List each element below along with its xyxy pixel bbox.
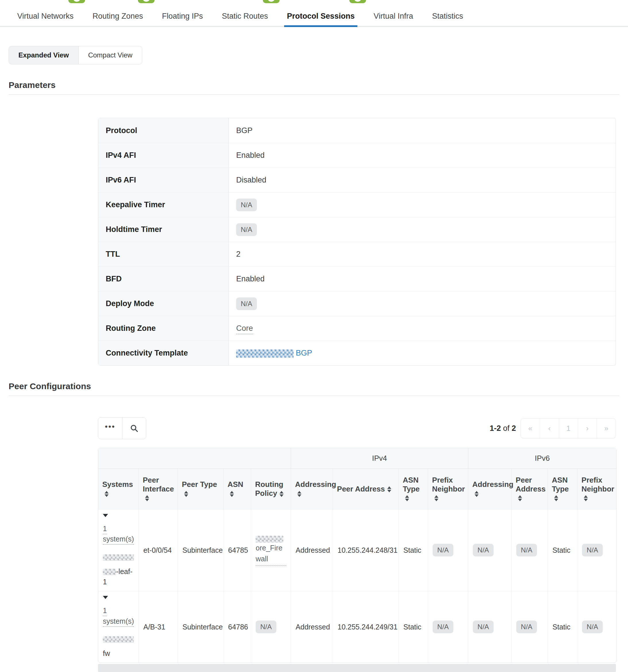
column-header-peer-interface[interactable]: Peer Interface — [139, 469, 178, 509]
first-page-button[interactable]: « — [521, 418, 540, 438]
expand-caret-icon[interactable] — [103, 596, 108, 599]
parameter-value: N/A — [229, 192, 616, 217]
peer-row: 1 system(s)fwA/B-31Subinterface64786N/AA… — [98, 591, 616, 663]
sort-icon[interactable] — [279, 491, 283, 497]
tab-label: Virtual Networks — [17, 12, 74, 20]
protocol-sessions-page: Virtual Networks✓Routing Zones✓Floating … — [0, 0, 628, 672]
cell-ipv6-peer-address: N/A — [511, 509, 548, 591]
tab-routing-zones[interactable]: Routing Zones✓ — [93, 12, 143, 26]
parameter-value: N/A — [229, 217, 616, 242]
parameter-label: Deploy Mode — [98, 291, 229, 316]
more-actions-button[interactable]: ••• — [98, 417, 122, 439]
peer-table-toolbar: ••• 1-2 of 2 «‹1›» — [98, 417, 616, 439]
column-header-peer-type[interactable]: Peer Type — [178, 469, 223, 509]
sort-icon[interactable] — [230, 491, 234, 497]
parameter-value: Core — [229, 316, 616, 341]
sort-icon[interactable] — [105, 491, 108, 497]
sort-icon[interactable] — [387, 486, 391, 493]
column-header-ipv6-addressing[interactable]: Addressing — [468, 469, 511, 509]
column-header-ipv4-peer-address[interactable]: Peer Address — [333, 469, 399, 509]
sort-icon[interactable] — [584, 495, 588, 501]
column-header-systems[interactable]: Systems — [98, 469, 139, 509]
sort-icon[interactable] — [475, 491, 479, 497]
tab-virtual-infra[interactable]: Virtual Infra — [374, 12, 413, 26]
expanded-view-button[interactable]: Expanded View — [9, 46, 78, 64]
cell-ipv6-peer-address: N/A — [511, 591, 548, 663]
column-label: Prefix Neighbor — [432, 476, 465, 493]
sort-icon[interactable] — [297, 491, 301, 497]
na-badge: N/A — [582, 621, 603, 633]
sort-down-arrow — [145, 499, 149, 501]
expand-caret-icon[interactable] — [103, 514, 108, 517]
tab-bar: Virtual Networks✓Routing Zones✓Floating … — [0, 0, 628, 27]
checkmark-icon: ✓ — [73, 0, 80, 2]
systems-count-link[interactable]: 1 system(s) — [103, 606, 134, 627]
parameter-value: Enabled — [229, 143, 616, 168]
sort-down-arrow — [554, 499, 558, 501]
current-page-button[interactable]: 1 — [559, 418, 578, 438]
parameter-value: Disabled — [229, 168, 616, 192]
column-header-ipv4-prefix-neighbor[interactable]: Prefix Neighbor — [428, 469, 468, 509]
compact-view-button[interactable]: Compact View — [78, 46, 142, 64]
horizontal-scrollbar[interactable] — [98, 664, 616, 672]
column-label: Routing Policy — [255, 480, 283, 498]
sort-icon[interactable] — [518, 495, 522, 501]
na-badge: N/A — [473, 621, 494, 633]
cell-ipv6-prefix-neighbor: N/A — [577, 591, 616, 663]
pagination-buttons: «‹1›» — [521, 418, 616, 438]
sort-down-arrow — [405, 499, 409, 501]
search-button[interactable] — [122, 417, 146, 439]
cell-peer-type: Subinterface — [178, 591, 223, 663]
group-header-ipv6: IPv6 — [468, 448, 616, 469]
tab-virtual-networks[interactable]: Virtual Networks✓ — [17, 12, 74, 26]
sort-icon[interactable] — [554, 495, 558, 501]
sort-up-arrow — [554, 495, 558, 498]
sort-icon[interactable] — [184, 491, 188, 497]
column-label: Addressing — [472, 480, 513, 489]
cell-ipv4-prefix-neighbor: N/A — [428, 509, 468, 591]
parameters-table: ProtocolBGPIPv4 AFIEnabledIPv6 AFIDisabl… — [98, 118, 616, 366]
cell-ipv4-peer-address: 10.255.244.249/31 — [333, 591, 399, 663]
cell-ipv6-asn-type: Static — [548, 591, 577, 663]
redacted-text — [256, 536, 283, 543]
column-label: ASN Type — [552, 476, 569, 493]
redacted-system-name — [103, 634, 134, 644]
previous-page-button[interactable]: ‹ — [540, 418, 559, 438]
tab-static-routes[interactable]: Static Routes✓ — [222, 12, 268, 26]
parameter-row: TTL2 — [98, 242, 616, 266]
routing-policy-link[interactable]: ore_Firewall — [256, 543, 286, 566]
tab-floating-ips[interactable]: Floating IPs — [162, 12, 203, 26]
last-page-button[interactable]: » — [597, 418, 616, 438]
parameter-row: Keepalive TimerN/A — [98, 192, 616, 217]
column-header-ipv4-asn-type[interactable]: ASN Type — [399, 469, 428, 509]
na-badge: N/A — [433, 544, 453, 556]
cell-ipv4-asn-type: Static — [399, 509, 428, 591]
column-header-asn[interactable]: ASN — [223, 469, 251, 509]
column-header-ipv4-addressing[interactable]: Addressing — [291, 469, 333, 509]
sort-icon[interactable] — [145, 495, 149, 501]
view-toggle: Expanded View Compact View — [9, 46, 142, 64]
column-header-ipv6-prefix-neighbor[interactable]: Prefix Neighbor — [577, 469, 616, 509]
sort-icon[interactable] — [405, 495, 409, 501]
cell-routing-policy: N/A — [251, 591, 291, 663]
systems-count-link[interactable]: 1 system(s) — [103, 525, 134, 545]
redacted-text — [103, 554, 134, 561]
tab-statistics[interactable]: Statistics — [432, 12, 463, 26]
column-header-ipv6-peer-address[interactable]: Peer Address — [511, 469, 548, 509]
check-badge: ✓ — [68, 0, 85, 3]
cell-ipv4-addressing: Addressed — [291, 591, 333, 663]
column-header-ipv6-asn-type[interactable]: ASN Type — [548, 469, 577, 509]
table-actions-group: ••• — [98, 417, 146, 439]
parameter-row: Connectivity Template BGP — [98, 341, 616, 365]
tab-label: Virtual Infra — [374, 12, 413, 20]
connectivity-template-link[interactable]: BGP — [296, 349, 312, 357]
next-page-button[interactable]: › — [578, 418, 597, 438]
tab-protocol-sessions[interactable]: Protocol Sessions✓ — [287, 12, 355, 26]
cell-ipv4-prefix-neighbor: N/A — [428, 591, 468, 663]
sort-down-arrow — [279, 495, 283, 497]
sort-icon[interactable] — [434, 495, 438, 501]
na-badge: N/A — [582, 544, 603, 556]
routing-zone-link[interactable]: Core — [236, 324, 253, 334]
cell-ipv4-addressing: Addressed — [291, 509, 333, 591]
column-header-routing-policy[interactable]: Routing Policy — [251, 469, 291, 509]
